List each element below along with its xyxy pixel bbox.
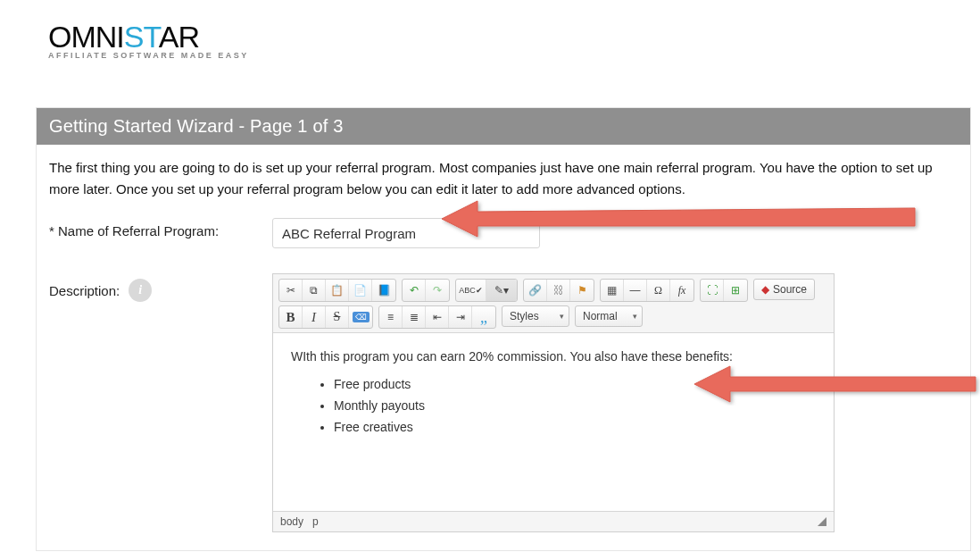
tb-group-spell: ABC✔ ✎▾ (455, 279, 518, 302)
description-label-wrap: Description: i (49, 273, 272, 302)
path-body[interactable]: body (280, 515, 303, 528)
italic-button[interactable]: I (303, 306, 326, 328)
cut-button[interactable]: ✂ (279, 280, 303, 301)
info-icon[interactable]: i (129, 279, 152, 302)
logo-st: ST (124, 20, 159, 54)
spellcheck-icon: ABC✔ (459, 286, 483, 295)
source-button[interactable]: ◆ Source (753, 279, 815, 300)
toolbar-row-1: ✂ ⧉ 📋 📄 📘 ↶ ↷ (278, 279, 828, 302)
italic-icon: I (311, 310, 316, 325)
strike-icon: S (334, 310, 341, 324)
redo-button[interactable]: ↷ (426, 280, 449, 301)
bullet-list-button[interactable]: ≣ (403, 306, 426, 328)
equation-button[interactable]: fx (670, 280, 693, 301)
tb-group-links: 🔗 ⛓ ⚑ (523, 279, 594, 302)
list-item: Free creatives (334, 417, 816, 439)
indent-icon: ⇥ (456, 311, 465, 323)
indent-button[interactable]: ⇥ (449, 306, 472, 328)
hr-button[interactable]: ― (624, 280, 647, 301)
logo-text: OMNISTAR (48, 20, 249, 54)
hr-icon: ― (630, 284, 641, 297)
page: OMNISTAR AFFILIATE SOFTWARE MADE EASY Ge… (0, 0, 980, 552)
logo: OMNISTAR AFFILIATE SOFTWARE MADE EASY (48, 20, 249, 60)
tb-group-maximize: ⛶ ⊞ (700, 279, 748, 302)
logo-ar: AR (159, 20, 199, 54)
paste-text-icon: 📄 (353, 284, 367, 297)
outdent-button[interactable]: ⇤ (426, 306, 449, 328)
source-icon: ◆ (761, 283, 769, 296)
numbered-list-button[interactable]: ≡ (379, 306, 403, 328)
ol-icon: ≡ (387, 311, 394, 323)
remove-format-icon: ⌫ (353, 312, 370, 322)
anchor-icon: ⚑ (577, 284, 587, 297)
paste-word-icon: 📘 (378, 284, 391, 297)
copy-button[interactable]: ⧉ (303, 280, 326, 301)
tb-group-undo: ↶ ↷ (402, 279, 450, 302)
paste-text-button[interactable]: 📄 (349, 280, 372, 301)
anchor-button[interactable]: ⚑ (570, 280, 594, 301)
editor-bullet-list: Free products Monthly payouts Free creat… (291, 374, 816, 438)
description-label: Description: (49, 283, 120, 298)
editor-toolbar: ✂ ⧉ 📋 📄 📘 ↶ ↷ (273, 274, 834, 333)
fx-icon: fx (678, 284, 686, 297)
bold-icon: B (286, 310, 295, 325)
paste-word-button[interactable]: 📘 (372, 280, 395, 301)
remove-format-button[interactable]: ⌫ (349, 306, 372, 328)
name-label: * Name of Referral Program: (49, 218, 272, 238)
rich-text-editor: ✂ ⧉ 📋 📄 📘 ↶ ↷ (272, 273, 835, 532)
path-tags: body p (280, 515, 319, 528)
logo-omni: OMNI (48, 20, 124, 54)
paste-icon: 📋 (330, 284, 344, 297)
name-input-wrap (272, 218, 958, 248)
editor-content-area[interactable]: WIth this program you can earn 20% commi… (273, 333, 834, 512)
wizard-panel: Getting Started Wizard - Page 1 of 3 The… (36, 107, 971, 551)
name-input[interactable] (272, 218, 540, 248)
logo-tagline: AFFILIATE SOFTWARE MADE EASY (48, 51, 249, 60)
wizard-body: The first thing you are going to do is s… (37, 145, 970, 550)
paste-button[interactable]: 📋 (326, 280, 349, 301)
showblocks-button[interactable]: ⊞ (724, 280, 747, 301)
styles-label: Styles (510, 310, 539, 322)
link-button[interactable]: 🔗 (524, 280, 547, 301)
strike-button[interactable]: S (326, 306, 349, 328)
wizard-intro-text: The first thing you are going to do is s… (49, 157, 958, 200)
link-icon: 🔗 (528, 284, 542, 297)
editor-path-bar: body p (273, 512, 834, 531)
unlink-button[interactable]: ⛓ (547, 280, 570, 301)
outdent-icon: ⇤ (433, 311, 442, 323)
tb-group-insert: ▦ ― Ω fx (600, 279, 694, 302)
form-row-description: Description: i ✂ ⧉ 📋 📄 (49, 273, 958, 532)
wizard-title: Getting Started Wizard - Page 1 of 3 (37, 108, 970, 145)
redo-icon: ↷ (433, 284, 442, 297)
tb-group-lists: ≡ ≣ ⇤ ⇥ „ (378, 305, 496, 329)
tb-group-clipboard: ✂ ⧉ 📋 📄 📘 (278, 279, 396, 302)
list-item: Monthly payouts (334, 396, 816, 417)
editor-paragraph: WIth this program you can earn 20% commi… (291, 349, 816, 364)
spellcheck-toggle-icon: ✎▾ (494, 284, 509, 297)
quote-icon: „ (480, 313, 487, 322)
table-icon: ▦ (607, 284, 617, 297)
toolbar-row-2: B I S ⌫ ≡ ≣ ⇤ ⇥ „ (278, 305, 828, 329)
table-button[interactable]: ▦ (601, 280, 624, 301)
maximize-button[interactable]: ⛶ (701, 280, 724, 301)
spellcheck-toggle-button[interactable]: ✎▾ (486, 280, 517, 301)
resize-handle-icon[interactable] (818, 517, 826, 526)
format-label: Normal (583, 310, 618, 322)
styles-dropdown[interactable]: Styles (502, 305, 569, 327)
maximize-icon: ⛶ (707, 284, 718, 297)
unlink-icon: ⛓ (553, 284, 564, 297)
blockquote-button[interactable]: „ (472, 306, 495, 328)
bold-button[interactable]: B (279, 306, 303, 328)
undo-icon: ↶ (410, 284, 419, 297)
special-char-button[interactable]: Ω (647, 280, 670, 301)
spellcheck-button[interactable]: ABC✔ (456, 280, 486, 301)
blocks-icon: ⊞ (731, 284, 740, 297)
editor-wrap: ✂ ⧉ 📋 📄 📘 ↶ ↷ (272, 273, 958, 532)
undo-button[interactable]: ↶ (403, 280, 426, 301)
ul-icon: ≣ (410, 311, 419, 323)
source-label: Source (773, 283, 807, 296)
copy-icon: ⧉ (310, 284, 318, 297)
format-dropdown[interactable]: Normal (575, 305, 643, 327)
omega-icon: Ω (654, 284, 662, 297)
path-p[interactable]: p (312, 515, 319, 528)
